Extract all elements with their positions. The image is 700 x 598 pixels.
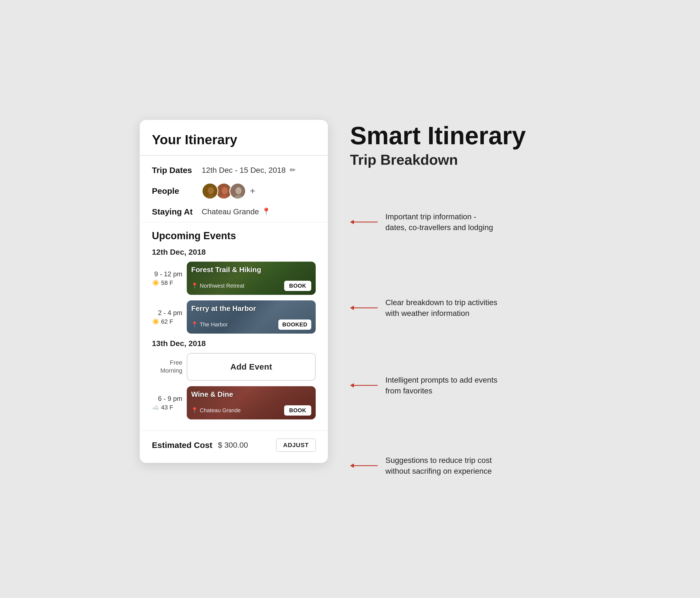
add-person-button[interactable]: + — [250, 186, 255, 196]
svg-marker-14 — [350, 383, 354, 388]
event-location-text-forest: Northwest Retreat — [200, 283, 244, 289]
event-name-ferry: Ferry at the Harbor — [191, 304, 311, 313]
staying-at-text: Chateau Grande — [202, 207, 259, 216]
arrow-1 — [350, 218, 378, 226]
event-location-ferry: 📍 The Harbor — [191, 321, 228, 328]
sun-icon-forest: ☀️ — [152, 279, 159, 287]
event-location-text-ferry: The Harbor — [200, 321, 228, 328]
estimated-cost-value: $ 300.00 — [218, 441, 276, 450]
event-weather-ferry: ☀️ 62 F — [152, 318, 182, 325]
adjust-button[interactable]: ADJUST — [276, 438, 316, 452]
avatar-3[interactable] — [229, 183, 246, 199]
event-card-forest[interactable]: Forest Trail & Hiking 📍 Northwest Retrea… — [187, 262, 316, 295]
event-time-text-forest: 9 - 12 pm — [152, 270, 182, 278]
event-weather-forest: ☀️ 58 F — [152, 279, 182, 287]
page-container: Your Itinerary Trip Dates 12th Dec - 15 … — [123, 103, 577, 495]
trip-dates-label: Trip Dates — [152, 166, 199, 175]
weather-temp-forest: 58 F — [161, 279, 173, 287]
location-pin-wine: 📍 — [191, 407, 198, 414]
day-2-label: 13th Dec, 2018 — [152, 339, 316, 348]
avatar-1[interactable] — [202, 183, 218, 199]
event-weather-wine: ☁️ 43 F — [152, 404, 182, 411]
annotation-2: Clear breakdown to trip activitieswith w… — [350, 295, 560, 320]
people-avatars — [202, 183, 246, 199]
right-panel: Smart Itinerary Trip Breakdown Important… — [350, 120, 560, 478]
event-time-text-wine: 6 - 9 pm — [152, 394, 182, 403]
smart-itinerary-title: Smart Itinerary — [350, 123, 560, 149]
event-name-wine: Wine & Dine — [191, 390, 311, 399]
spacer-3 — [350, 320, 560, 373]
event-card-wine[interactable]: Wine & Dine 📍 Chateau Grande BOOK — [187, 386, 316, 420]
spacer-2 — [350, 235, 560, 295]
svg-marker-12 — [350, 306, 354, 310]
arrow-2 — [350, 304, 378, 312]
annotation-text-1: Important trip information -dates, co-tr… — [385, 211, 493, 233]
svg-point-4 — [222, 187, 228, 194]
estimated-cost-label: Estimated Cost — [152, 440, 212, 450]
free-morning-label: FreeMorning — [152, 359, 182, 375]
booked-button-ferry[interactable]: BOOKED — [278, 319, 311, 330]
location-pin-forest: 📍 — [191, 282, 198, 289]
weather-temp-ferry: 62 F — [161, 318, 173, 325]
annotation-4: Suggestions to reduce trip costwithout s… — [350, 453, 560, 478]
spacer-4 — [350, 398, 560, 453]
annotation-3: Intelligent prompts to add eventsfrom fa… — [350, 373, 560, 398]
smart-itinerary-subtitle: Trip Breakdown — [350, 151, 560, 168]
event-location-forest: 📍 Northwest Retreat — [191, 282, 244, 289]
svg-point-7 — [235, 187, 242, 194]
events-section: Upcoming Events 12th Dec, 2018 9 - 12 pm… — [140, 222, 328, 428]
trip-info-section: Trip Dates 12th Dec - 15 Dec, 2018 ✏ Peo… — [140, 156, 328, 222]
event-time-ferry: 2 - 4 pm ☀️ 62 F — [152, 308, 182, 325]
upcoming-events-title: Upcoming Events — [152, 230, 316, 242]
trip-dates-row: Trip Dates 12th Dec - 15 Dec, 2018 ✏ — [152, 166, 316, 175]
event-card-ferry[interactable]: Ferry at the Harbor 📍 The Harbor BOOKED — [187, 301, 316, 334]
svg-marker-10 — [350, 220, 354, 224]
book-button-wine[interactable]: BOOK — [284, 405, 311, 415]
people-row: People — [152, 183, 316, 199]
event-time-wine: 6 - 9 pm ☁️ 43 F — [152, 394, 182, 411]
cloud-icon-wine: ☁️ — [152, 404, 159, 411]
day-1-label: 12th Dec, 2018 — [152, 248, 316, 257]
event-time-text-ferry: 2 - 4 pm — [152, 308, 182, 317]
weather-temp-wine: 43 F — [161, 404, 173, 411]
annotation-text-3: Intelligent prompts to add eventsfrom fa… — [385, 375, 498, 396]
trip-dates-value: 12th Dec - 15 Dec, 2018 ✏ — [202, 166, 296, 175]
event-location-wine: 📍 Chateau Grande — [191, 407, 241, 414]
add-event-row: FreeMorning Add Event — [152, 353, 316, 381]
event-row-wine: 6 - 9 pm ☁️ 43 F Wine & Dine 📍 Chateau G… — [152, 386, 316, 420]
staying-at-label: Staying At — [152, 207, 199, 216]
event-time-forest: 9 - 12 pm ☀️ 58 F — [152, 270, 182, 287]
staying-at-row: Staying At Chateau Grande 📍 — [152, 207, 316, 216]
arrow-3 — [350, 382, 378, 389]
event-location-text-wine: Chateau Grande — [200, 407, 241, 414]
svg-marker-16 — [350, 463, 354, 468]
staying-at-value: Chateau Grande 📍 — [202, 207, 271, 216]
location-pin-icon: 📍 — [262, 207, 271, 216]
itinerary-title: Your Itinerary — [152, 132, 316, 147]
sun-icon-ferry: ☀️ — [152, 318, 159, 325]
trip-dates-text: 12th Dec - 15 Dec, 2018 — [202, 166, 286, 175]
event-row-forest: 9 - 12 pm ☀️ 58 F Forest Trail & Hiking … — [152, 262, 316, 295]
card-header: Your Itinerary — [140, 120, 328, 156]
event-name-forest: Forest Trail & Hiking — [191, 265, 311, 274]
annotation-list: Important trip information -dates, co-tr… — [350, 185, 560, 478]
itinerary-card: Your Itinerary Trip Dates 12th Dec - 15 … — [140, 120, 328, 463]
arrow-4 — [350, 462, 378, 470]
event-row-ferry: 2 - 4 pm ☀️ 62 F Ferry at the Harbor 📍 T… — [152, 301, 316, 334]
svg-point-1 — [208, 187, 214, 194]
estimated-cost-section: Estimated Cost $ 300.00 ADJUST — [140, 431, 328, 452]
edit-dates-icon[interactable]: ✏ — [290, 166, 296, 174]
annotation-text-2: Clear breakdown to trip activitieswith w… — [385, 297, 498, 319]
annotation-1: Important trip information -dates, co-tr… — [350, 210, 560, 235]
annotation-text-4: Suggestions to reduce trip costwithout s… — [385, 455, 492, 476]
add-event-button[interactable]: Add Event — [187, 353, 316, 381]
book-button-forest[interactable]: BOOK — [284, 281, 311, 291]
people-label: People — [152, 186, 199, 196]
location-pin-ferry: 📍 — [191, 321, 198, 328]
